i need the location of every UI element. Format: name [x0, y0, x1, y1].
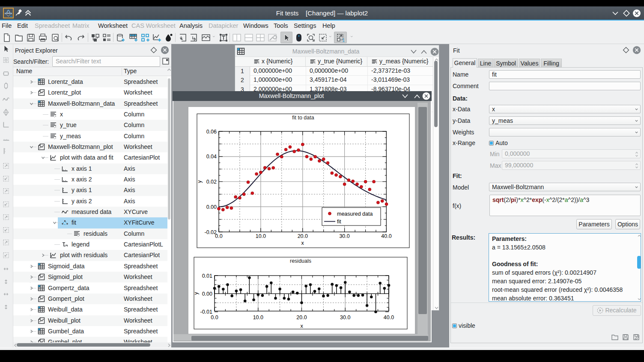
svg-text:-0.01: -0.01	[200, 309, 213, 315]
svg-text:10.0: 10.0	[256, 233, 266, 239]
svg-text:0.01: 0.01	[202, 273, 212, 279]
svg-text:20.0: 20.0	[296, 315, 307, 320]
svg-text:y: y	[197, 180, 203, 183]
svg-text:measured data: measured data	[337, 211, 373, 217]
svg-text:10.0: 10.0	[253, 315, 263, 320]
svg-text:0.04: 0.04	[206, 154, 217, 160]
svg-text:40.0: 40.0	[384, 315, 394, 320]
svg-text:20.0: 20.0	[298, 233, 308, 239]
svg-text:0.00: 0.00	[206, 204, 217, 210]
svg-text:-0.02: -0.02	[205, 229, 217, 235]
svg-text:30.0: 30.0	[339, 233, 349, 239]
svg-text:0.0: 0.0	[211, 315, 218, 320]
svg-text:30.0: 30.0	[340, 315, 350, 320]
svg-text:fit to data: fit to data	[292, 115, 314, 121]
svg-text:0.00: 0.00	[202, 291, 212, 297]
svg-text:40.0: 40.0	[381, 233, 391, 239]
svg-text:residuals: residuals	[290, 258, 311, 264]
svg-text:0.06: 0.06	[206, 129, 217, 135]
svg-text:0.02: 0.02	[206, 179, 217, 185]
svg-text:fit: fit	[337, 219, 341, 225]
svg-text:x: x	[301, 240, 304, 246]
svg-text:1: 1	[342, 38, 345, 42]
svg-text:y: y	[193, 292, 199, 295]
svg-text:x: x	[300, 323, 303, 329]
